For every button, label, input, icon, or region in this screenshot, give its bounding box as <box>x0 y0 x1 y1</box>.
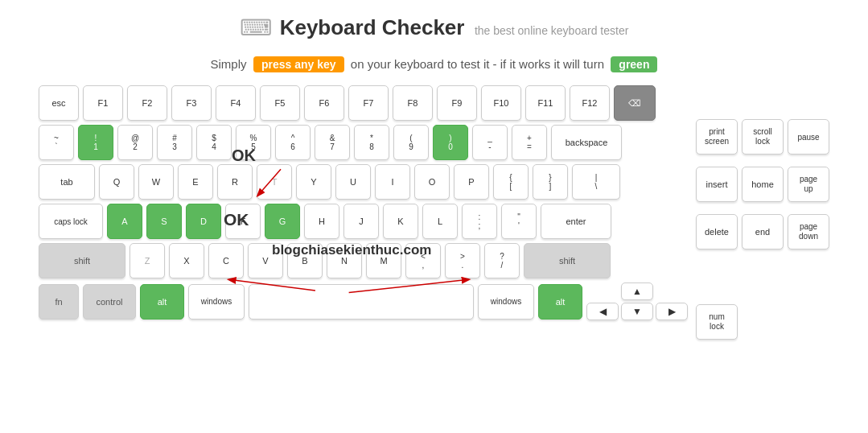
key-capslock[interactable]: caps lock <box>39 204 103 239</box>
key-shift-right[interactable]: shift <box>524 243 611 278</box>
key-backtick[interactable]: ~ ` <box>39 125 74 160</box>
key-lbracket[interactable]: { [ <box>493 164 529 200</box>
nav-row-2: insert home pageup <box>696 167 829 202</box>
key-scroll-lock[interactable]: scrolllock <box>742 119 784 155</box>
key-print-screen[interactable]: printscreen <box>696 119 738 155</box>
key-arrow-down[interactable]: ▼ <box>621 303 653 320</box>
key-h[interactable]: H <box>304 204 339 239</box>
ok-label-top: OK <box>232 146 256 165</box>
key-f11[interactable]: F11 <box>525 85 566 121</box>
key-v[interactable]: V <box>248 243 283 278</box>
key-f[interactable]: F <box>225 204 261 239</box>
key-f4[interactable]: F4 <box>216 85 256 121</box>
key-u[interactable]: U <box>335 164 371 200</box>
key-space[interactable] <box>249 284 474 320</box>
key-bot: 0 <box>448 142 453 151</box>
key-backslash[interactable]: | \ <box>572 164 620 200</box>
key-b[interactable]: B <box>287 243 323 278</box>
key-k[interactable]: K <box>383 204 418 239</box>
key-f2[interactable]: F2 <box>127 85 167 121</box>
key-t[interactable]: T <box>257 164 292 200</box>
key-quote[interactable]: " ' <box>501 204 537 239</box>
key-arrow-left[interactable]: ◀ <box>586 303 619 320</box>
key-insert[interactable]: insert <box>696 167 738 202</box>
key-e[interactable]: E <box>178 164 213 200</box>
key-f10[interactable]: F10 <box>481 85 521 121</box>
key-a[interactable]: A <box>107 204 142 239</box>
key-f6[interactable]: F6 <box>304 85 344 121</box>
key-label: Y <box>311 177 316 187</box>
key-alt-left[interactable]: alt <box>140 284 184 320</box>
key-j[interactable]: J <box>343 204 379 239</box>
key-end[interactable]: end <box>742 214 784 249</box>
keyboard-icon: ⌨ <box>240 14 272 41</box>
key-d[interactable]: D <box>186 204 221 239</box>
key-f7[interactable]: F7 <box>348 85 389 121</box>
key-shift-left[interactable]: shift <box>39 243 125 278</box>
key-f5[interactable]: F5 <box>260 85 300 121</box>
key-esc[interactable]: esc <box>39 85 79 121</box>
key-6[interactable]: ^ 6 <box>275 125 311 160</box>
key-tab[interactable]: tab <box>39 164 95 200</box>
key-2[interactable]: @ 2 <box>117 125 153 160</box>
key-label: F10 <box>494 98 509 108</box>
key-f3[interactable]: F3 <box>171 85 212 121</box>
key-q[interactable]: Q <box>99 164 134 200</box>
key-slash[interactable]: ? / <box>484 243 520 278</box>
key-label: H <box>319 216 325 226</box>
key-bot: 4 <box>212 142 216 151</box>
key-8[interactable]: * 8 <box>354 125 389 160</box>
key-l[interactable]: L <box>422 204 458 239</box>
key-f12[interactable]: F12 <box>570 85 610 121</box>
instruction-middle: on your keyboard to test it - if it work… <box>351 57 604 71</box>
key-c[interactable]: C <box>208 243 244 278</box>
key-x[interactable]: X <box>169 243 204 278</box>
key-o[interactable]: O <box>414 164 450 200</box>
key-n[interactable]: N <box>327 243 362 278</box>
key-0[interactable]: ) 0 <box>433 125 468 160</box>
key-y[interactable]: Y <box>296 164 331 200</box>
key-windows-right[interactable]: windows <box>478 284 534 320</box>
key-period[interactable]: > . <box>445 243 480 278</box>
key-arrow-up[interactable]: ▲ <box>621 282 653 300</box>
key-page-down[interactable]: pagedown <box>788 214 829 249</box>
key-delete[interactable]: delete <box>696 214 738 249</box>
key-f9[interactable]: F9 <box>437 85 477 121</box>
key-row-zxcvbnm: shift Z X C V B N M < , > . ? / <box>39 243 688 278</box>
key-4[interactable]: $ 4 <box>196 125 232 160</box>
key-g[interactable]: G <box>265 204 300 239</box>
key-7[interactable]: & 7 <box>315 125 350 160</box>
key-del-icon[interactable]: ⌫ <box>614 85 656 121</box>
key-alt-right[interactable]: alt <box>538 284 582 320</box>
key-arrow-right[interactable]: ▶ <box>656 303 688 320</box>
key-rbracket[interactable]: } ] <box>533 164 568 200</box>
key-f8[interactable]: F8 <box>393 85 433 121</box>
key-comma[interactable]: < , <box>405 243 441 278</box>
key-r[interactable]: R <box>217 164 253 200</box>
key-label: B <box>302 256 307 266</box>
key-enter[interactable]: enter <box>541 204 611 239</box>
key-3[interactable]: # 3 <box>157 125 192 160</box>
key-label: W <box>152 177 160 187</box>
key-windows-left[interactable]: windows <box>188 284 245 320</box>
key-label: S <box>161 216 167 226</box>
key-num-lock[interactable]: numlock <box>696 304 738 340</box>
key-i[interactable]: I <box>375 164 410 200</box>
key-9[interactable]: ( 9 <box>393 125 429 160</box>
key-1[interactable]: ! 1 <box>78 125 113 160</box>
key-s[interactable]: S <box>146 204 182 239</box>
key-semicolon[interactable]: : ; <box>462 204 497 239</box>
key-fn[interactable]: fn <box>39 284 79 320</box>
key-backspace[interactable]: backspace <box>551 125 622 160</box>
key-z[interactable]: Z <box>130 243 165 278</box>
key-equals[interactable]: + = <box>512 125 547 160</box>
key-p[interactable]: P <box>454 164 489 200</box>
key-page-up[interactable]: pageup <box>788 167 829 202</box>
key-ctrl-left[interactable]: control <box>83 284 136 320</box>
key-pause[interactable]: pause <box>788 119 829 155</box>
key-home[interactable]: home <box>742 167 784 202</box>
key-f1[interactable]: F1 <box>83 85 123 121</box>
key-m[interactable]: M <box>366 243 401 278</box>
key-minus[interactable]: _ - <box>472 125 508 160</box>
key-w[interactable]: W <box>138 164 174 200</box>
